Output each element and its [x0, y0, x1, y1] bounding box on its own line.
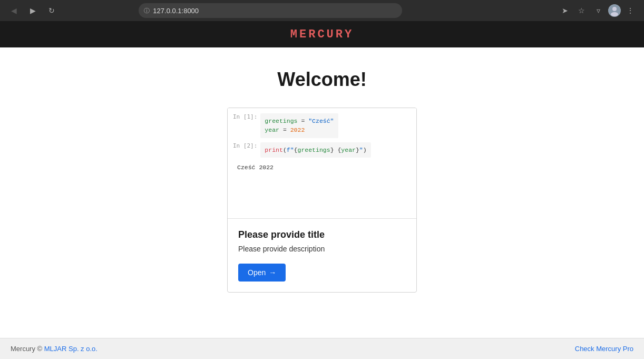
open-button[interactable]: Open →	[238, 264, 286, 282]
app-header: MERCURY	[0, 21, 644, 47]
menu-button[interactable]: ⋮	[623, 3, 638, 18]
browser-actions: ➤ ☆ ▿ ⋮	[558, 3, 638, 18]
check-mercury-pro-link[interactable]: Check Mercury Pro	[575, 345, 633, 353]
notebook-cell-1: In [1]: greetings = "Cześć" year = 2022	[233, 113, 411, 138]
footer-copyright-text: Mercury ©	[11, 345, 44, 353]
cell-2-input: print(f"{greetings} {year}")	[260, 142, 370, 158]
svg-point-2	[611, 12, 618, 16]
reload-button[interactable]: ↻	[44, 3, 59, 18]
avatar[interactable]	[608, 4, 621, 17]
open-button-label: Open	[248, 268, 266, 277]
svg-point-1	[612, 7, 617, 11]
cell-1-label: In [1]:	[233, 113, 257, 120]
cell-1-input: greetings = "Cześć" year = 2022	[260, 113, 338, 138]
page-title: Welcome!	[277, 69, 366, 91]
forward-button[interactable]: ▶	[25, 3, 40, 18]
notebook-card: In [1]: greetings = "Cześć" year = 2022 …	[227, 108, 417, 293]
notebook-preview: In [1]: greetings = "Cześć" year = 2022 …	[228, 108, 416, 219]
info-icon: ⓘ	[144, 7, 150, 15]
main-content: Welcome! In [1]: greetings = "Cześć" yea…	[0, 47, 644, 338]
footer-mljar-link[interactable]: MLJAR Sp. z o.o.	[44, 345, 97, 353]
card-description: Please provide description	[238, 245, 406, 253]
footer-left: Mercury © MLJAR Sp. z o.o.	[11, 345, 97, 353]
arrow-icon: →	[269, 268, 276, 277]
extension-button[interactable]: ▿	[591, 3, 606, 18]
cell-2-label: In [2]:	[233, 142, 257, 149]
notebook-cell-2: In [2]: print(f"{greetings} {year}")	[233, 142, 411, 158]
card-body: Please provide title Please provide desc…	[228, 219, 416, 292]
card-title: Please provide title	[238, 229, 406, 240]
bookmark-button[interactable]: ☆	[574, 3, 589, 18]
send-button[interactable]: ➤	[558, 3, 572, 18]
back-button[interactable]: ◀	[6, 3, 21, 18]
app-footer: Mercury © MLJAR Sp. z o.o. Check Mercury…	[0, 338, 644, 359]
address-bar[interactable]: ⓘ 127.0.0.1:8000	[139, 3, 402, 18]
app-logo: MERCURY	[290, 28, 354, 41]
address-text: 127.0.0.1:8000	[153, 7, 199, 15]
cell-output: Cześć 2022	[233, 162, 411, 173]
browser-chrome: ◀ ▶ ↻ ⓘ 127.0.0.1:8000 ➤ ☆ ▿ ⋮	[0, 0, 644, 21]
